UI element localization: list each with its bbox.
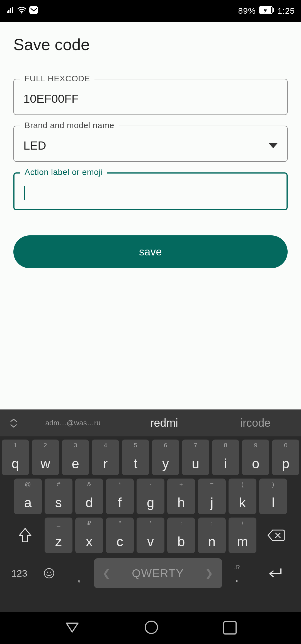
key-t[interactable]: 5t bbox=[122, 440, 149, 475]
key-s[interactable]: #s bbox=[45, 479, 72, 514]
page-title: Save code bbox=[13, 35, 288, 54]
brand-field[interactable]: Brand and model name LED bbox=[13, 126, 288, 162]
signal-icon bbox=[6, 6, 14, 16]
svg-point-8 bbox=[145, 621, 157, 633]
key-q[interactable]: 1q bbox=[2, 440, 29, 475]
key-k[interactable]: (k bbox=[229, 479, 256, 514]
suggestion-3[interactable]: ircode bbox=[210, 417, 301, 429]
keyboard-row-1: 1q2w3e4r5t6y7u8i9o0p bbox=[2, 440, 299, 475]
svg-point-5 bbox=[44, 569, 54, 578]
key-p[interactable]: 0p bbox=[272, 440, 299, 475]
key-e[interactable]: 3e bbox=[62, 440, 89, 475]
key-z[interactable]: _z bbox=[45, 518, 72, 553]
key-j[interactable]: =j bbox=[198, 479, 226, 514]
key-m[interactable]: /m bbox=[229, 518, 256, 553]
navigation-bar bbox=[0, 612, 301, 644]
chevron-down-icon bbox=[269, 143, 278, 148]
hexcode-field[interactable]: FULL HEXCODE 10EF00FF bbox=[13, 79, 288, 115]
key-c[interactable]: "c bbox=[106, 518, 134, 553]
key-h[interactable]: +h bbox=[167, 479, 195, 514]
key-d[interactable]: &d bbox=[75, 479, 103, 514]
wifi-icon bbox=[17, 6, 26, 16]
keyboard-row-3: _z₽x"c'v:b;n/m bbox=[2, 518, 299, 553]
suggestion-2[interactable]: redmi bbox=[118, 417, 210, 429]
key-y[interactable]: 6y bbox=[152, 440, 179, 475]
keyboard-row-4: 123 , ❮ QWERTY ❯ .!? . bbox=[2, 557, 299, 590]
key-a[interactable]: @a bbox=[14, 479, 42, 514]
svg-rect-4 bbox=[273, 8, 274, 12]
enter-key[interactable] bbox=[252, 557, 297, 590]
key-b[interactable]: :b bbox=[167, 518, 195, 553]
comma-key[interactable]: , bbox=[64, 557, 94, 590]
chevron-right-icon: ❯ bbox=[205, 567, 214, 579]
svg-point-7 bbox=[50, 572, 51, 573]
mode-123-key[interactable]: 123 bbox=[4, 557, 34, 590]
key-w[interactable]: 2w bbox=[32, 440, 59, 475]
key-r[interactable]: 4r bbox=[92, 440, 119, 475]
space-label: QWERTY bbox=[132, 567, 184, 580]
key-o[interactable]: 9o bbox=[242, 440, 269, 475]
clock-text: 1:25 bbox=[278, 6, 295, 16]
key-f[interactable]: *f bbox=[106, 479, 134, 514]
key-l[interactable]: )l bbox=[259, 479, 287, 514]
space-key[interactable]: ❮ QWERTY ❯ bbox=[94, 558, 222, 588]
action-label: Action label or emoji bbox=[20, 167, 107, 177]
key-u[interactable]: 7u bbox=[182, 440, 209, 475]
brand-value: LED bbox=[23, 139, 46, 152]
status-bar: 89% 1:25 bbox=[0, 0, 301, 22]
hexcode-value: 10EF00FF bbox=[23, 92, 79, 106]
key-n[interactable]: ;n bbox=[198, 518, 226, 553]
hexcode-label: FULL HEXCODE bbox=[20, 74, 94, 83]
text-cursor bbox=[24, 186, 25, 200]
battery-icon bbox=[259, 6, 274, 16]
chevron-left-icon: ❮ bbox=[102, 567, 111, 579]
svg-rect-1 bbox=[29, 6, 38, 14]
save-button[interactable]: save bbox=[13, 235, 288, 268]
backspace-key[interactable] bbox=[259, 518, 293, 553]
svg-point-6 bbox=[47, 572, 48, 573]
key-x[interactable]: ₽x bbox=[75, 518, 103, 553]
period-key[interactable]: .!? . bbox=[222, 557, 252, 590]
recents-icon[interactable] bbox=[223, 621, 237, 635]
home-icon[interactable] bbox=[144, 620, 159, 636]
expand-suggestions-icon[interactable] bbox=[0, 418, 27, 429]
brand-label: Brand and model name bbox=[20, 121, 119, 130]
mail-icon bbox=[29, 6, 38, 16]
back-icon[interactable] bbox=[65, 621, 80, 634]
suggestion-1[interactable]: adm…@was…ru bbox=[27, 419, 118, 427]
key-i[interactable]: 8i bbox=[212, 440, 239, 475]
key-v[interactable]: 'v bbox=[137, 518, 164, 553]
key-g[interactable]: -g bbox=[137, 479, 164, 514]
keyboard-row-2: @a#s&d*f-g+h=j(k)l bbox=[2, 479, 299, 514]
shift-key[interactable] bbox=[8, 518, 42, 553]
battery-percent: 89% bbox=[238, 6, 256, 16]
emoji-key[interactable] bbox=[34, 557, 64, 590]
action-field[interactable]: Action label or emoji bbox=[13, 172, 288, 210]
soft-keyboard: adm…@was…ru redmi ircode 1q2w3e4r5t6y7u8… bbox=[0, 409, 301, 612]
content: Save code FULL HEXCODE 10EF00FF Brand an… bbox=[0, 22, 301, 268]
suggestion-bar: adm…@was…ru redmi ircode bbox=[0, 409, 301, 437]
svg-point-0 bbox=[21, 12, 23, 14]
